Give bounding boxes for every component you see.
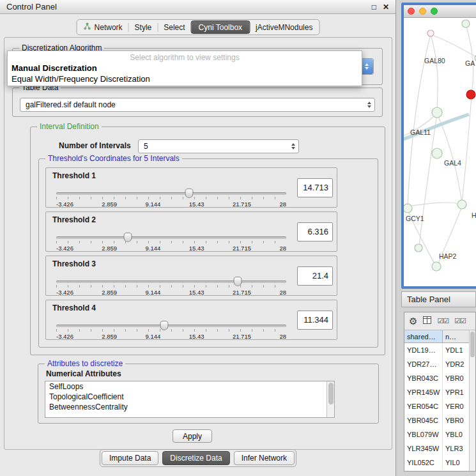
tab-infer-network[interactable]: Infer Network: [234, 451, 295, 465]
cell[interactable]: YDL1: [443, 343, 469, 357]
table-header-row: shared… n…: [404, 330, 469, 343]
cell[interactable]: YBR045C: [404, 413, 443, 427]
network-view-window[interactable]: GAL80 GA GAL11 GAL4 GCY1 H HAP2: [401, 3, 476, 289]
tab-label: jActiveMNodules: [256, 23, 312, 32]
listbox-scrollbar[interactable]: [326, 381, 334, 417]
threshold-1-value-field[interactable]: 14.713: [297, 178, 333, 197]
network-icon: [84, 22, 91, 32]
tab-jactivemnodules[interactable]: jActiveMNodules: [250, 20, 318, 34]
table-row[interactable]: YIL052CYIL0: [404, 456, 469, 470]
threshold-row-2: Threshold 2 -3.4262.8599.14415.4321.7152…: [45, 211, 337, 252]
threshold-4-slider-thumb[interactable]: [160, 321, 169, 330]
cell[interactable]: YBL0: [443, 427, 469, 441]
cell[interactable]: YDR27…: [404, 357, 443, 371]
stepper-arrows-icon[interactable]: [367, 102, 371, 108]
column-header-name[interactable]: n…: [443, 330, 469, 343]
threshold-3-value-field[interactable]: 21.4: [297, 266, 333, 286]
slider-track[interactable]: [56, 192, 286, 195]
menu-item-equal-width-frequency[interactable]: Equal Width/Frequency Discretization: [8, 73, 362, 84]
cell[interactable]: YLR345W: [404, 441, 443, 456]
stepper-arrows-icon[interactable]: [291, 143, 295, 150]
cell[interactable]: YLR3: [443, 441, 469, 456]
selected-network-node[interactable]: [466, 90, 475, 99]
network-node[interactable]: [427, 30, 434, 36]
attributes-listbox[interactable]: SelfLoops TopologicalCoefficient Between…: [45, 381, 335, 418]
close-icon[interactable]: ✕: [383, 3, 389, 12]
table-row[interactable]: YBL079WYBL0: [404, 427, 469, 441]
split-columns-icon[interactable]: [423, 316, 431, 326]
network-node[interactable]: [457, 200, 466, 209]
cell[interactable]: YER0: [443, 399, 469, 413]
threshold-2-slider[interactable]: -3.4262.8599.14415.4321.71528: [56, 236, 286, 252]
cell[interactable]: YDL19…: [404, 343, 443, 357]
table-row[interactable]: YBR043CYBR0: [404, 371, 469, 385]
table-row[interactable]: YPR145WYPR1: [404, 385, 469, 399]
threshold-2-value-field[interactable]: 6.316: [297, 222, 333, 242]
cell[interactable]: YIL052C: [404, 456, 443, 470]
cell[interactable]: YBR0: [443, 413, 469, 427]
table-row[interactable]: YDR27…YDR2: [404, 357, 469, 371]
network-window-titlebar[interactable]: [404, 5, 476, 18]
threshold-3-slider[interactable]: -3.4262.8599.14415.4321.71528: [56, 280, 286, 296]
tab-impute-data[interactable]: Impute Data: [102, 451, 158, 465]
threshold-2-slider-thumb[interactable]: [123, 233, 132, 242]
network-node[interactable]: [404, 204, 412, 213]
table-row[interactable]: YLR345WYLR3: [404, 441, 469, 456]
zoom-button[interactable]: [431, 8, 438, 15]
threshold-4-slider[interactable]: -3.4262.8599.14415.4321.71528: [56, 325, 286, 340]
list-item[interactable]: TopologicalCoefficient: [45, 392, 334, 402]
num-intervals-combobox[interactable]: 5: [138, 139, 299, 153]
scrollbar-thumb[interactable]: [328, 383, 334, 404]
tab-style[interactable]: Style: [129, 20, 158, 34]
select-none-checkbox-icon[interactable]: ☑☑: [454, 317, 466, 325]
table-scrollbar[interactable]: [469, 330, 475, 471]
threshold-label: Threshold 2: [52, 215, 96, 224]
network-node[interactable]: [432, 107, 442, 118]
scrollbar-thumb[interactable]: [470, 332, 475, 357]
table-row[interactable]: YDL19…YDL1: [404, 343, 469, 357]
list-item[interactable]: SelfLoops: [45, 381, 334, 392]
threshold-3-slider-thumb[interactable]: [234, 277, 242, 286]
list-item[interactable]: BetweennessCentrality: [45, 402, 334, 412]
table-row[interactable]: YBR045CYBR0: [404, 413, 469, 427]
cell[interactable]: YDR2: [443, 357, 469, 371]
cell[interactable]: YBR0: [443, 371, 469, 385]
scale-label: -3.426: [56, 333, 73, 340]
cell[interactable]: YBL079W: [404, 427, 443, 441]
network-node[interactable]: [432, 148, 442, 158]
tab-network[interactable]: Network: [78, 20, 128, 34]
network-node[interactable]: [415, 244, 422, 252]
network-node[interactable]: [432, 262, 441, 271]
slider-track[interactable]: [56, 325, 286, 327]
slider-track[interactable]: [56, 236, 286, 239]
table-data-combobox[interactable]: galFiltered.sif default node: [20, 98, 375, 112]
close-button[interactable]: [408, 8, 415, 15]
cell[interactable]: YIL0: [443, 456, 469, 470]
threshold-1-slider-thumb[interactable]: [185, 188, 193, 198]
scale-label: 28: [279, 201, 286, 208]
table-row[interactable]: YER054CYER0: [404, 399, 469, 413]
group-title: Interval Definition: [37, 122, 102, 131]
network-node[interactable]: [462, 20, 470, 27]
threshold-1-slider[interactable]: -3.4262.8599.14415.4321.71528: [56, 192, 286, 208]
node-label: GA: [465, 59, 475, 67]
cell[interactable]: YPR145W: [404, 385, 443, 399]
table-panel-titlebar[interactable]: Table Panel: [401, 291, 476, 307]
control-panel-titlebar[interactable]: Control Panel □ ✕: [0, 0, 395, 14]
tab-discretize-data[interactable]: Discretize Data: [162, 451, 229, 465]
column-header-shared-name[interactable]: shared…: [404, 330, 443, 343]
network-canvas[interactable]: GAL80 GA GAL11 GAL4 GCY1 H HAP2: [404, 18, 476, 289]
tab-cyni-toolbox[interactable]: Cyni Toolbox: [191, 20, 250, 34]
float-window-icon[interactable]: □: [372, 3, 376, 12]
cell[interactable]: YPR1: [443, 385, 469, 399]
menu-item-manual-discretization[interactable]: Manual Discretization: [8, 63, 362, 73]
tab-select[interactable]: Select: [158, 20, 190, 34]
slider-track[interactable]: [56, 280, 286, 283]
apply-button[interactable]: Apply: [173, 429, 212, 443]
settings-gear-icon[interactable]: ⚙: [409, 316, 417, 326]
threshold-4-value-field[interactable]: 11.344: [297, 311, 333, 330]
cell[interactable]: YBR043C: [404, 371, 443, 385]
minimize-button[interactable]: [419, 8, 426, 15]
cell[interactable]: YER054C: [404, 399, 443, 413]
select-all-checkbox-icon[interactable]: ☑☑: [437, 317, 449, 325]
